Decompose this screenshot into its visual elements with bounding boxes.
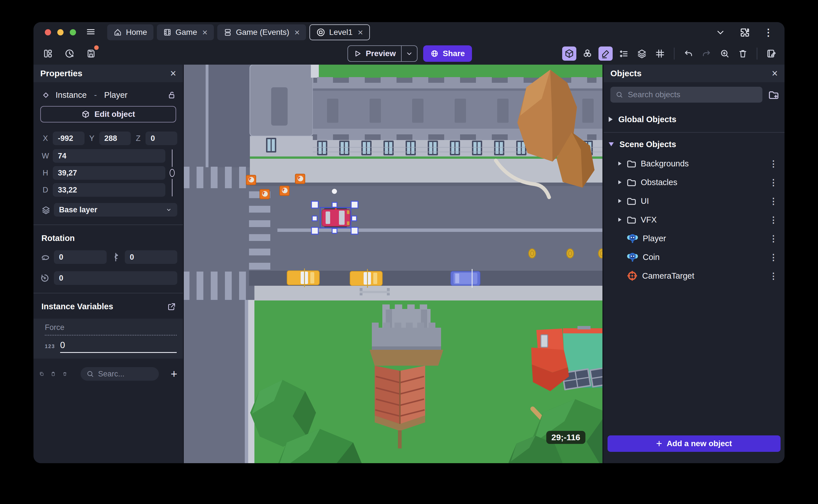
close-window-button[interactable] xyxy=(45,29,51,35)
selection-handle[interactable] xyxy=(352,216,356,221)
objects-search-row xyxy=(610,87,779,103)
layer-select[interactable]: Base layer xyxy=(54,203,177,217)
grid-button[interactable] xyxy=(653,46,667,61)
selection-handle[interactable] xyxy=(351,227,358,234)
variable-value[interactable]: 0 xyxy=(60,340,177,353)
selection-handle[interactable] xyxy=(311,227,318,234)
edit-mode-button[interactable] xyxy=(599,46,613,61)
row-kebab-menu-icon[interactable]: ⋮ xyxy=(769,196,778,206)
window-kebab-menu-icon[interactable]: ⋮ xyxy=(764,27,773,38)
row-kebab-menu-icon[interactable]: ⋮ xyxy=(769,252,778,262)
panels-layout-button[interactable] xyxy=(41,46,55,61)
share-button[interactable]: Share xyxy=(423,45,472,62)
crate-instance[interactable] xyxy=(280,186,289,196)
delete-button[interactable] xyxy=(736,46,750,61)
minimize-window-button[interactable] xyxy=(57,29,64,35)
3d-view-toggle-button[interactable] xyxy=(562,46,576,61)
width-input[interactable] xyxy=(53,149,165,163)
rotation-x-input[interactable] xyxy=(54,250,107,264)
taxi-car-instance[interactable] xyxy=(287,268,319,287)
row-kebab-menu-icon[interactable]: ⋮ xyxy=(769,271,778,281)
instances-list-button[interactable] xyxy=(617,46,631,61)
redo-button[interactable] xyxy=(699,46,714,61)
selection-handle[interactable] xyxy=(312,216,317,221)
preview-button[interactable]: Preview xyxy=(347,45,418,62)
paste-icon[interactable] xyxy=(51,370,56,378)
variables-search-input[interactable] xyxy=(98,370,143,378)
coin-instance[interactable] xyxy=(529,249,536,258)
teal-building-instance[interactable] xyxy=(531,326,603,391)
history-button[interactable] xyxy=(62,46,77,61)
selection-handle[interactable] xyxy=(351,201,358,208)
unlock-icon[interactable] xyxy=(167,90,176,99)
rotation-z-input[interactable] xyxy=(54,271,177,285)
maximize-window-button[interactable] xyxy=(70,29,76,35)
external-link-icon[interactable] xyxy=(167,302,176,311)
copy-icon[interactable] xyxy=(39,370,44,378)
row-kebab-menu-icon[interactable]: ⋮ xyxy=(769,234,778,243)
layers-button[interactable] xyxy=(635,46,649,61)
coin-instance[interactable] xyxy=(599,249,603,258)
objects-cubes-button[interactable] xyxy=(580,46,595,61)
tab-game-events[interactable]: Game (Events) × xyxy=(217,24,306,40)
objects-search-input[interactable] xyxy=(628,90,757,99)
scene-properties-button[interactable] xyxy=(764,46,778,61)
main-menu-button[interactable] xyxy=(86,27,96,38)
row-kebab-menu-icon[interactable]: ⋮ xyxy=(769,159,778,169)
variable-row-force[interactable]: Force 123 0 xyxy=(33,319,183,359)
close-tab-icon[interactable]: × xyxy=(202,28,208,37)
x-input[interactable] xyxy=(53,132,84,145)
extensions-puzzle-icon[interactable] xyxy=(739,27,750,38)
folder-row-obstacles[interactable]: Obstacles ⋮ xyxy=(604,173,785,192)
global-objects-group[interactable]: Global Objects xyxy=(609,112,778,126)
row-kebab-menu-icon[interactable]: ⋮ xyxy=(769,215,778,225)
preview-options-button[interactable] xyxy=(401,46,417,61)
selection-handle[interactable] xyxy=(332,228,337,233)
objects-search[interactable] xyxy=(610,87,762,103)
object-row-player[interactable]: Player ⋮ xyxy=(604,229,785,248)
scene-editor-canvas[interactable]: 29;-116 xyxy=(184,65,603,463)
coin-instance[interactable] xyxy=(567,249,574,258)
undo-button[interactable] xyxy=(681,46,696,61)
variables-search[interactable] xyxy=(81,367,159,381)
folder-row-ui[interactable]: UI ⋮ xyxy=(604,192,785,210)
zoom-in-button[interactable] xyxy=(718,46,732,61)
crate-instance[interactable] xyxy=(295,174,305,184)
tab-home[interactable]: Home xyxy=(107,24,153,40)
scene-objects-group[interactable]: Scene Objects xyxy=(609,137,778,151)
row-kebab-menu-icon[interactable]: ⋮ xyxy=(769,177,778,187)
close-tab-icon[interactable]: × xyxy=(358,28,363,37)
blue-car-instance[interactable] xyxy=(451,269,480,288)
preview-button-main[interactable]: Preview xyxy=(348,46,401,61)
close-panel-icon[interactable]: × xyxy=(170,68,176,79)
lock-ratio-toggle[interactable] xyxy=(165,149,179,197)
player-instance-selected[interactable] xyxy=(320,207,351,228)
object-row-cameratarget[interactable]: CameraTarget ⋮ xyxy=(604,266,785,285)
add-folder-icon[interactable] xyxy=(768,89,779,100)
crate-instance[interactable] xyxy=(260,189,269,199)
close-panel-icon[interactable]: × xyxy=(772,68,778,79)
trash-icon[interactable] xyxy=(62,370,67,378)
folder-row-backgrounds[interactable]: Backgrounds ⋮ xyxy=(604,154,785,173)
tab-level1[interactable]: Level1 × xyxy=(309,24,370,40)
crate-instance[interactable] xyxy=(246,175,256,185)
add-new-object-button[interactable]: + Add a new object xyxy=(608,435,781,452)
apartment-tower[interactable] xyxy=(250,65,313,159)
tab-game[interactable]: Game × xyxy=(157,24,214,40)
close-tab-icon[interactable]: × xyxy=(294,28,300,37)
z-input[interactable] xyxy=(145,132,177,145)
add-variable-button[interactable]: + xyxy=(171,368,177,380)
height-input[interactable] xyxy=(53,166,165,180)
folder-row-vfx[interactable]: VFX ⋮ xyxy=(604,210,785,229)
edit-object-button[interactable]: Edit object xyxy=(40,106,176,122)
depth-input[interactable] xyxy=(53,183,165,197)
rotation-y-input[interactable] xyxy=(125,250,177,264)
selection-handle[interactable] xyxy=(311,201,318,208)
object-row-coin[interactable]: Coin ⋮ xyxy=(604,248,785,266)
y-input[interactable] xyxy=(99,132,131,145)
selection-handle[interactable] xyxy=(332,202,337,207)
rotate-handle[interactable] xyxy=(332,189,337,194)
taxi-car-instance[interactable] xyxy=(350,269,382,288)
save-button[interactable] xyxy=(84,46,98,61)
chevron-down-icon[interactable] xyxy=(715,27,726,37)
